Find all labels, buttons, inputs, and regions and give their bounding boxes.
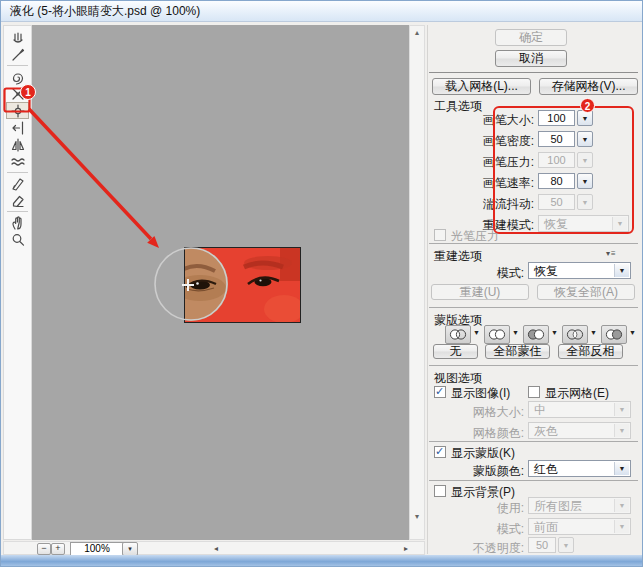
brush-pressure-label: 画笔压力: [434,154,534,171]
masked-eye-image[interactable] [184,247,301,323]
reconstruct-mode-value: 恢复 [544,217,568,231]
combo-arrow-icon: ▼ [614,403,629,416]
opacity-dropdown-icon: ▼ [558,537,574,553]
intersect-with-selection-icon[interactable] [562,325,588,344]
brush-rate-input[interactable] [538,173,575,189]
turbulence-tool-icon[interactable] [6,153,29,170]
zoom-in-button[interactable]: + [51,543,65,555]
load-mesh-button[interactable]: 载入网格(L)... [432,78,531,95]
forward-warp-tool-icon[interactable] [6,29,29,46]
brush-rate-label: 画笔速率: [434,175,534,192]
turbulence-jitter-label: 湍流抖动: [434,196,534,213]
liquify-tool-palette [3,25,32,540]
pucker-tool-icon[interactable] [6,85,29,102]
brush-density-input[interactable] [538,131,575,147]
panel-divider [427,25,428,554]
canvas-status-bar: − + 100% ▾ ◂ ▸ [3,541,425,555]
turbulence-jitter-input [538,194,575,210]
restore-all-button: 恢复全部(A) [537,284,635,300]
show-mask-checkbox[interactable] [434,446,446,458]
show-image-checkbox[interactable] [434,386,446,398]
use-label: 使用: [434,500,524,517]
bloat-tool-icon[interactable] [6,102,29,119]
window-bottom-border [1,555,642,566]
combo-arrow-icon: ▼ [614,520,629,533]
combo-arrow-icon[interactable]: ▼ [614,264,629,277]
reconstruct-tool-icon[interactable] [6,46,29,63]
mask-dropdown-icon[interactable]: ▼ [551,329,558,336]
hscroll-left-icon[interactable]: ◂ [214,544,218,553]
twirl-clockwise-tool-icon[interactable] [6,68,29,85]
stylus-pressure-checkbox [434,229,446,241]
brush-rate-dropdown-icon[interactable]: ▼ [577,173,593,189]
push-left-tool-icon[interactable] [6,119,29,136]
annotation-badge-2: 2 [580,98,595,113]
dialog-title: 液化 (5-将小眼睛变大.psd @ 100%) [10,4,200,18]
reconstruct-mode2-combo[interactable]: 恢复 ▼ [528,262,631,279]
backdrop-mode-value: 前面 [534,520,558,534]
freeze-mask-tool-icon[interactable] [6,175,29,192]
mesh-color-combo: 灰色 ▼ [528,422,631,439]
combo-arrow-icon[interactable]: ▼ [614,462,629,475]
zoom-level-dropdown-icon[interactable]: ▾ [122,542,138,556]
mask-color-combo[interactable]: 红色 ▼ [528,460,631,477]
show-mesh-checkbox[interactable] [528,386,540,398]
vertical-scrollbar[interactable]: ▴ ▾ [409,25,425,540]
opacity-input [528,537,556,553]
mirror-tool-icon[interactable] [6,136,29,153]
show-backdrop-checkbox[interactable] [434,485,446,497]
save-mesh-button[interactable]: 存储网格(V)... [539,78,638,95]
combo-arrow-icon: ▼ [612,217,627,230]
ok-button[interactable]: 确定 [495,29,567,46]
combo-arrow-icon: ▼ [614,424,629,437]
brush-size-label: 画笔大小: [434,112,534,129]
scroll-up-icon[interactable]: ▴ [410,28,424,37]
show-mask-label: 显示蒙版(K) [451,445,515,462]
combo-arrow-icon: ▼ [614,499,629,512]
mask-none-button[interactable]: 无 [433,344,478,359]
toolbar-separator [7,211,28,212]
mesh-color-label: 网格颜色: [434,425,524,442]
reconstruct-mode2-label: 模式: [434,265,524,282]
use-value: 所有图层 [534,499,582,513]
subtract-from-selection-icon[interactable] [523,325,549,344]
mask-dropdown-icon[interactable]: ▼ [629,329,636,336]
zoom-level-combo[interactable]: 100% ▾ [70,542,124,556]
hand-tool-icon[interactable] [6,214,29,231]
hscroll-right-icon[interactable]: ▸ [404,544,408,553]
brush-pressure-dropdown-icon: ▼ [577,152,593,168]
liquify-dialog: 液化 (5-将小眼睛变大.psd @ 100%) [0,0,643,567]
mask-all-button[interactable]: 全部蒙住 [485,344,550,359]
brush-size-input[interactable] [538,110,575,126]
invert-all-button[interactable]: 全部反相 [558,344,623,359]
reconstruct-mode-combo: 恢复 ▼ [538,215,629,232]
add-to-selection-icon[interactable] [484,325,510,344]
mesh-size-combo: 中 ▼ [528,401,631,418]
show-mesh-label: 显示网格(E) [545,385,609,402]
mesh-size-value: 中 [534,403,546,417]
toolbar-separator [7,65,28,66]
reconstruct-mode2-value: 恢复 [534,264,558,278]
backdrop-mode-label: 模式: [434,521,524,538]
mask-dropdown-icon[interactable]: ▼ [590,329,597,336]
turbulence-jitter-dropdown-icon: ▼ [577,194,593,210]
replace-selection-icon[interactable] [445,325,471,344]
mask-color-label: 蒙版颜色: [434,463,524,480]
cancel-button[interactable]: 取消 [495,50,567,67]
mask-dropdown-icon[interactable]: ▼ [512,329,519,336]
zoom-out-button[interactable]: − [37,543,51,555]
title-bar: 液化 (5-将小眼睛变大.psd @ 100%) [1,1,642,22]
panel-menu-icon[interactable]: ▾≡ [606,249,617,258]
show-image-label: 显示图像(I) [451,385,510,402]
scroll-down-icon[interactable]: ▾ [410,512,424,521]
brush-density-label: 画笔密度: [434,133,534,150]
invert-selection-icon[interactable] [601,325,627,344]
mask-dropdown-icon[interactable]: ▼ [473,329,480,336]
zoom-level-value: 100% [84,543,110,554]
thaw-mask-tool-icon[interactable] [6,192,29,209]
zoom-tool-icon[interactable] [6,231,29,248]
brush-pressure-input [538,152,575,168]
reconstruct-options-title: 重建选项 [434,248,482,265]
use-combo: 所有图层 ▼ [528,497,631,514]
brush-density-dropdown-icon[interactable]: ▼ [577,131,593,147]
